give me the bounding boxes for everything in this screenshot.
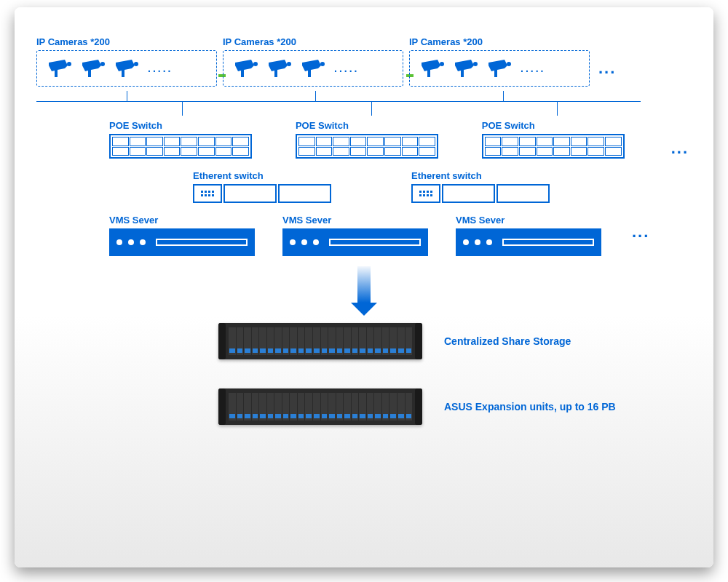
ellipsis-more: ... bbox=[668, 139, 692, 158]
storage-shared-row: Centralized Share Storage bbox=[218, 323, 692, 359]
svg-point-7 bbox=[473, 62, 478, 66]
ethernet-icon bbox=[193, 184, 331, 203]
ethernet-label: Etherent switch bbox=[193, 170, 331, 181]
ethernet-switch-1: Etherent switch bbox=[193, 170, 331, 203]
ethernet-row: Etherent switch Etherent switch bbox=[193, 170, 692, 203]
camera-icon bbox=[234, 58, 260, 79]
camera-icon bbox=[420, 58, 446, 79]
server-icon bbox=[456, 228, 601, 256]
poe-row: POE Switch POE Switch POE Switch ... bbox=[109, 120, 692, 159]
storage-expansion-row: ASUS Expansion units, up to 16 PB bbox=[218, 388, 692, 425]
camera-row: IP Cameras *200 ..... IP Cameras *200 ..… bbox=[36, 36, 692, 87]
server-icon bbox=[109, 228, 255, 256]
storage-rack-icon bbox=[218, 323, 422, 359]
vms-row: VMS Sever VMS Sever VMS Sever ... bbox=[109, 215, 692, 256]
vms-server-2: VMS Sever bbox=[282, 215, 428, 256]
arrow-down-icon bbox=[351, 266, 377, 316]
camera-box: ..... bbox=[223, 50, 403, 87]
ethernet-label: Etherent switch bbox=[411, 170, 550, 181]
poe-switch-3: POE Switch bbox=[482, 120, 625, 159]
camera-icon bbox=[81, 58, 107, 79]
camera-icon bbox=[267, 58, 293, 79]
camera-label: IP Cameras *200 bbox=[409, 36, 590, 47]
camera-group-1: IP Cameras *200 ..... bbox=[36, 36, 217, 87]
ellipsis-more: ... bbox=[629, 223, 652, 242]
camera-group-2: IP Cameras *200 ..... bbox=[223, 36, 403, 87]
ellipsis: ..... bbox=[521, 63, 545, 74]
camera-icon bbox=[47, 58, 74, 79]
ellipsis: ..... bbox=[334, 63, 359, 74]
poe-icon bbox=[296, 134, 438, 159]
svg-point-5 bbox=[320, 62, 325, 66]
server-icon bbox=[282, 228, 428, 256]
storage-label: Centralized Share Storage bbox=[444, 335, 571, 347]
architecture-diagram: IP Cameras *200 ..... IP Cameras *200 ..… bbox=[15, 7, 713, 567]
camera-icon bbox=[301, 58, 327, 79]
poe-label: POE Switch bbox=[296, 120, 438, 131]
camera-label: IP Cameras *200 bbox=[36, 36, 217, 47]
camera-box: ..... bbox=[409, 50, 590, 87]
poe-switch-1: POE Switch bbox=[109, 120, 252, 159]
svg-point-8 bbox=[507, 62, 511, 66]
poe-label: POE Switch bbox=[482, 120, 625, 131]
vms-label: VMS Sever bbox=[282, 215, 428, 226]
camera-box: ..... bbox=[36, 50, 217, 87]
vms-label: VMS Sever bbox=[456, 215, 601, 226]
connection-lines bbox=[36, 94, 692, 116]
vms-server-1: VMS Sever bbox=[109, 215, 255, 256]
svg-point-3 bbox=[253, 62, 258, 66]
svg-point-6 bbox=[440, 62, 444, 66]
camera-label: IP Cameras *200 bbox=[223, 36, 403, 47]
camera-icon bbox=[454, 58, 480, 79]
ellipsis-more: ... bbox=[596, 59, 619, 78]
camera-icon bbox=[114, 58, 141, 79]
svg-point-0 bbox=[67, 62, 71, 66]
storage-label: ASUS Expansion units, up to 16 PB bbox=[444, 401, 616, 412]
camera-group-3: IP Cameras *200 ..... bbox=[409, 36, 590, 87]
svg-point-2 bbox=[134, 62, 138, 66]
poe-label: POE Switch bbox=[109, 120, 252, 131]
vms-server-3: VMS Sever bbox=[456, 215, 601, 256]
ethernet-icon bbox=[411, 184, 550, 203]
poe-icon bbox=[482, 134, 625, 159]
svg-point-1 bbox=[100, 62, 105, 66]
ethernet-switch-2: Etherent switch bbox=[411, 170, 550, 203]
camera-icon bbox=[487, 58, 513, 79]
poe-icon bbox=[109, 134, 252, 159]
storage-rack-icon bbox=[218, 388, 422, 425]
svg-point-4 bbox=[287, 62, 291, 66]
ellipsis: ..... bbox=[148, 63, 173, 74]
poe-switch-2: POE Switch bbox=[296, 120, 438, 159]
vms-label: VMS Sever bbox=[109, 215, 255, 226]
